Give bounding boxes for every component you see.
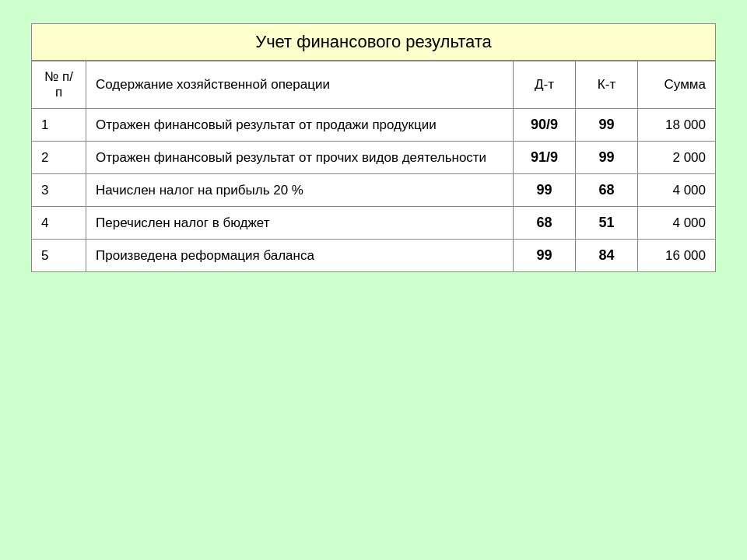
cell-kt: 99: [576, 109, 638, 142]
cell-sum: 4 000: [638, 174, 716, 207]
table-row: 2Отражен финансовый результат от прочих …: [32, 142, 716, 174]
table-row: 3Начислен налог на прибыль 20 %99684 000: [32, 174, 716, 207]
cell-desc: Произведена реформация баланса: [86, 240, 514, 272]
cell-kt: 68: [576, 174, 638, 207]
page-title: Учет финансового результата: [31, 23, 716, 61]
financial-table: № п/п Содержание хозяйственной операции …: [31, 61, 716, 272]
table-row: 1Отражен финансовый результат от продажи…: [32, 109, 716, 142]
cell-kt: 51: [576, 207, 638, 240]
cell-num: 2: [32, 142, 86, 174]
cell-num: 1: [32, 109, 86, 142]
header-desc: Содержание хозяйственной операции: [86, 61, 514, 109]
table-row: 5Произведена реформация баланса998416 00…: [32, 240, 716, 272]
cell-dt: 99: [514, 174, 576, 207]
cell-num: 5: [32, 240, 86, 272]
header-dt: Д-т: [514, 61, 576, 109]
cell-kt: 84: [576, 240, 638, 272]
cell-desc: Отражен финансовый результат от продажи …: [86, 109, 514, 142]
cell-sum: 2 000: [638, 142, 716, 174]
table-row: 4Перечислен налог в бюджет68514 000: [32, 207, 716, 240]
cell-sum: 4 000: [638, 207, 716, 240]
main-container: Учет финансового результата № п/п Содерж…: [31, 23, 716, 272]
cell-dt: 99: [514, 240, 576, 272]
cell-desc: Перечислен налог в бюджет: [86, 207, 514, 240]
cell-sum: 18 000: [638, 109, 716, 142]
cell-desc: Отражен финансовый результат от прочих в…: [86, 142, 514, 174]
header-kt: К-т: [576, 61, 638, 109]
cell-dt: 68: [514, 207, 576, 240]
cell-dt: 91/9: [514, 142, 576, 174]
header-num: № п/п: [32, 61, 86, 109]
cell-num: 3: [32, 174, 86, 207]
cell-dt: 90/9: [514, 109, 576, 142]
cell-kt: 99: [576, 142, 638, 174]
cell-num: 4: [32, 207, 86, 240]
cell-sum: 16 000: [638, 240, 716, 272]
header-sum: Сумма: [638, 61, 716, 109]
cell-desc: Начислен налог на прибыль 20 %: [86, 174, 514, 207]
